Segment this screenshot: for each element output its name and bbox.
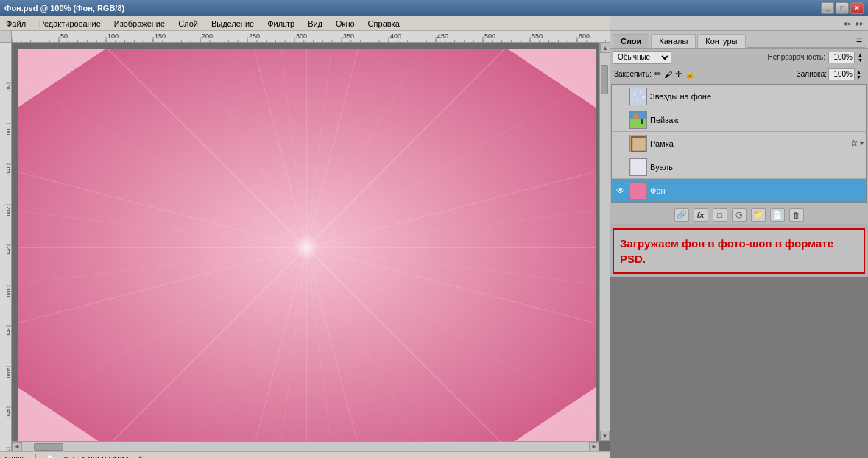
fill-control: Заливка: ▲ ▼: [797, 68, 864, 80]
layer-eye-background[interactable]: 👁: [615, 185, 627, 197]
fill-input[interactable]: [828, 68, 855, 80]
fill-arrow[interactable]: ▲ ▼: [856, 69, 864, 80]
left-ruler: [0, 43, 12, 451]
svg-point-47: [633, 113, 639, 119]
vscroll-thumb[interactable]: [601, 65, 608, 94]
hscroll-right-arrow[interactable]: ►: [589, 442, 599, 452]
lock-label: Закрепить:: [614, 70, 652, 78]
menu-window[interactable]: Окно: [333, 18, 358, 29]
tab-layers[interactable]: Слои: [613, 34, 649, 48]
minimize-button[interactable]: _: [821, 2, 834, 14]
lock-position-icon[interactable]: ✏: [654, 69, 661, 79]
layer-item-landscape[interactable]: Пейзаж: [612, 108, 866, 132]
svg-point-40: [634, 93, 636, 95]
layer-group-button[interactable]: 📁: [751, 208, 766, 222]
layers-panel-menu[interactable]: ≡: [853, 32, 865, 48]
starburst-svg: [18, 49, 596, 446]
svg-rect-49: [641, 121, 643, 124]
main-layout: Файл Редактирование Изображение Слой Выд…: [0, 16, 868, 458]
layer-item-frame[interactable]: Рамка fx ▾: [612, 132, 866, 155]
zoom-level: 100%: [4, 455, 25, 459]
svg-point-44: [632, 101, 633, 102]
layer-thumb-landscape: [629, 111, 647, 129]
menu-view[interactable]: Вид: [305, 18, 325, 29]
canvas-image: [18, 49, 596, 446]
tab-paths[interactable]: Контуры: [697, 34, 745, 48]
status-icon: 📄: [46, 455, 55, 458]
svg-point-43: [637, 99, 638, 101]
lock-paint-icon[interactable]: 🖌: [664, 70, 672, 79]
canvas-row: ▲ ▼ ◄ ►: [0, 43, 610, 451]
layer-eye-frame[interactable]: [615, 138, 627, 149]
vscroll-down-arrow[interactable]: ▼: [600, 431, 610, 441]
link-layers-button[interactable]: 🔗: [674, 208, 689, 222]
panel-collapse-left[interactable]: ◂◂: [841, 18, 852, 29]
menu-help[interactable]: Справка: [365, 18, 403, 29]
annotation-box: Загружаем фон в фото-шоп в формате PSD.: [613, 228, 865, 274]
layer-mask-button[interactable]: □: [713, 208, 727, 222]
canvas-with-rulers: ▲ ▼ ◄ ►: [0, 31, 610, 451]
tab-channels[interactable]: Каналы: [651, 34, 696, 48]
menu-bar: Файл Редактирование Изображение Слой Выд…: [0, 16, 610, 31]
layer-eye-landscape[interactable]: [615, 114, 627, 126]
menu-image[interactable]: Изображение: [111, 18, 168, 29]
hscroll-thumb[interactable]: [34, 443, 63, 451]
opacity-input[interactable]: [828, 52, 855, 63]
layer-thumb-stars: [629, 88, 647, 105]
panel-top-bar: ◂◂ ▸▸: [610, 16, 868, 31]
layers-tabs: Слои Каналы Контуры ≡: [610, 31, 868, 49]
maximize-button[interactable]: □: [836, 2, 849, 14]
svg-rect-46: [630, 119, 647, 129]
layers-list: Звезды на фоне: [611, 84, 867, 203]
vscrollbar[interactable]: ▲ ▼: [599, 43, 610, 441]
menu-edit[interactable]: Редактирование: [36, 18, 104, 29]
menu-file[interactable]: Файл: [3, 18, 29, 29]
menu-layer[interactable]: Слой: [175, 18, 201, 29]
layer-name-landscape: Пейзаж: [650, 116, 863, 124]
blend-mode-select[interactable]: Обычные: [613, 51, 671, 64]
svg-point-41: [640, 91, 641, 93]
status-divider-1: [35, 454, 36, 459]
layer-eye-stars[interactable]: [615, 91, 627, 102]
layer-fx-frame: fx ▾: [851, 139, 863, 147]
layers-options: Обычные Непрозрачность: ▲ ▼: [610, 49, 868, 66]
lock-all-icon[interactable]: 🔒: [685, 69, 695, 79]
vscroll-up-arrow[interactable]: ▲: [600, 43, 610, 53]
annotation-text: Загружаем фон в фото-шоп в формате PSD.: [620, 237, 833, 265]
top-ruler-row: [0, 31, 610, 43]
layer-thumb-veil: [629, 158, 647, 176]
right-panel: ◂◂ ▸▸ Слои Каналы Контуры ≡ Обычные Непр…: [610, 16, 868, 458]
canvas-viewport[interactable]: ▲ ▼ ◄ ►: [12, 43, 610, 451]
layer-item-background[interactable]: 👁 Фон: [612, 179, 866, 202]
opacity-label: Непрозрачность:: [767, 53, 825, 61]
svg-rect-39: [630, 88, 647, 105]
menu-select[interactable]: Выделение: [208, 18, 257, 29]
canvas-area: Файл Редактирование Изображение Слой Выд…: [0, 16, 610, 458]
window-controls: _ □ ✕: [821, 2, 864, 14]
svg-point-38: [262, 203, 350, 292]
bottom-panel: [610, 277, 868, 458]
status-bar: 100% 📄 Доk: 1,28M/7,18M: [0, 451, 610, 458]
layer-name-veil: Вуаль: [650, 163, 863, 172]
lock-row: Закрепить: ✏ 🖌 ✛ 🔒 Заливка: ▲ ▼: [610, 66, 868, 82]
delete-layer-button[interactable]: 🗑: [789, 208, 804, 222]
new-layer-button[interactable]: 📄: [770, 208, 785, 222]
window-title: Фон.psd @ 100% (Фон, RGB/8): [4, 4, 124, 13]
menu-filter[interactable]: Фильтр: [264, 18, 297, 29]
layer-item-stars[interactable]: Звезды на фоне: [612, 85, 866, 108]
status-arrow[interactable]: [139, 456, 147, 459]
adjustment-layer-button[interactable]: ◎: [732, 208, 747, 222]
hscroll-left-arrow[interactable]: ◄: [12, 442, 22, 452]
layers-panel: Слои Каналы Контуры ≡ Обычные Непрозрачн…: [610, 31, 868, 224]
panel-expand-right[interactable]: ▸▸: [855, 18, 865, 29]
title-bar: Фон.psd @ 100% (Фон, RGB/8) _ □ ✕: [0, 0, 868, 16]
opacity-arrow[interactable]: ▲ ▼: [858, 52, 865, 63]
close-button[interactable]: ✕: [850, 2, 864, 14]
layer-item-veil[interactable]: Вуаль: [612, 155, 866, 179]
svg-point-42: [643, 96, 645, 98]
ruler-corner: [0, 31, 12, 43]
layer-style-button[interactable]: fx: [694, 208, 708, 222]
hscrollbar[interactable]: ◄ ►: [12, 441, 599, 451]
lock-move-icon[interactable]: ✛: [675, 69, 682, 79]
layer-eye-veil[interactable]: [615, 161, 627, 173]
